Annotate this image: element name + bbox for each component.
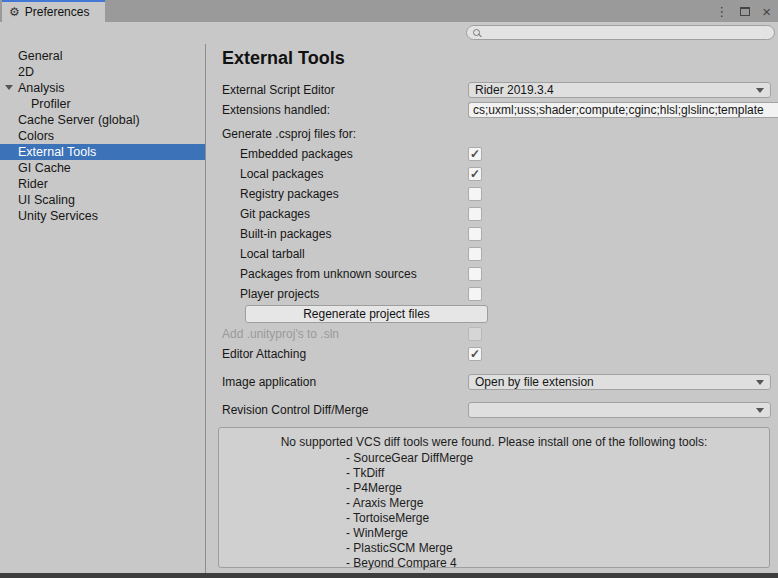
local-tarball-label: Local tarball [207,247,468,261]
revision-control-row: Revision Control Diff/Merge [207,400,778,420]
sidebar-item-2d[interactable]: 2D [0,64,205,80]
window-bottom-edge [0,573,778,578]
external-tools-pane: External Tools External Script Editor Ri… [207,44,778,573]
vcs-tool-item: - WinMerge [346,526,769,541]
builtin-packages-checkbox[interactable] [468,227,482,241]
sidebar-item-gi-cache[interactable]: GI Cache [0,160,205,176]
checkbox-row: Player projects [207,284,778,304]
checkbox-row: Embedded packages [207,144,778,164]
extensions-label: Extensions handled: [207,103,468,117]
checkbox-row: Local packages [207,164,778,184]
image-application-dropdown[interactable]: Open by file extension [468,374,771,390]
generate-csproj-label: Generate .csproj files for: [207,127,468,141]
editor-attaching-row: Editor Attaching [207,344,778,364]
add-unityproj-label: Add .unityproj's to .sln [207,327,468,341]
sidebar-item-colors[interactable]: Colors [0,128,205,144]
sidebar-item-analysis[interactable]: Analysis [0,80,205,96]
gear-icon: ⚙ [9,6,20,18]
extensions-input[interactable]: cs;uxml;uss;shader;compute;cginc;hlsl;gl… [468,102,778,118]
generate-label-row: Generate .csproj files for: [207,124,778,144]
checkbox-row: Local tarball [207,244,778,264]
local-packages-label: Local packages [207,167,468,181]
script-editor-row: External Script Editor Rider 2019.3.4 [207,80,778,100]
local-packages-checkbox[interactable] [468,167,482,181]
sidebar-item-cache-server[interactable]: Cache Server (global) [0,112,205,128]
player-projects-checkbox[interactable] [468,287,482,301]
checkbox-row: Git packages [207,204,778,224]
checkbox-row: Packages from unknown sources [207,264,778,284]
script-editor-dropdown[interactable]: Rider 2019.3.4 [468,82,771,98]
registry-packages-checkbox[interactable] [468,187,482,201]
builtin-packages-label: Built-in packages [207,227,468,241]
sidebar-item-rider[interactable]: Rider [0,176,205,192]
image-application-label: Image application [207,375,468,389]
close-icon[interactable]: × [762,4,771,19]
editor-attaching-checkbox[interactable] [468,347,482,361]
search-input[interactable] [480,27,774,39]
git-packages-checkbox[interactable] [468,207,482,221]
preferences-sidebar: General 2D Analysis Profiler Cache Serve… [0,44,206,573]
sidebar-item-unity-services[interactable]: Unity Services [0,208,205,224]
extensions-row: Extensions handled: cs;uxml;uss;shader;c… [207,100,778,120]
vcs-tool-item: - TkDiff [346,466,769,481]
search-icon [473,29,480,36]
dropdown-arrow-icon [756,88,764,93]
git-packages-label: Git packages [207,207,468,221]
player-projects-label: Player projects [207,287,468,301]
vcs-tool-item: - Araxis Merge [346,496,769,511]
add-unityproj-checkbox [468,327,482,341]
vcs-tools-list: - SourceGear DiffMerge - TkDiff - P4Merg… [219,451,769,571]
unknown-sources-label: Packages from unknown sources [207,267,468,281]
vcs-tool-item: - Beyond Compare 4 [346,556,769,571]
unityproj-row: Add .unityproj's to .sln [207,324,778,344]
checkbox-row: Built-in packages [207,224,778,244]
tab-preferences[interactable]: ⚙ Preferences [2,0,105,22]
revision-control-label: Revision Control Diff/Merge [207,403,468,417]
tab-title: Preferences [25,5,90,19]
vcs-notice-box: No supported VCS diff tools were found. … [218,427,770,568]
embedded-packages-label: Embedded packages [207,147,468,161]
window-menu-icon[interactable]: ⋮ [715,5,728,18]
checkbox-row: Registry packages [207,184,778,204]
vcs-tool-item: - TortoiseMerge [346,511,769,526]
image-application-row: Image application Open by file extension [207,372,778,392]
vcs-notice-message: No supported VCS diff tools were found. … [219,435,769,449]
embedded-packages-checkbox[interactable] [468,147,482,161]
maximize-icon[interactable] [740,7,750,16]
script-editor-label: External Script Editor [207,83,468,97]
sidebar-item-profiler[interactable]: Profiler [0,96,205,112]
page-title: External Tools [222,48,778,69]
vcs-tool-item: - P4Merge [346,481,769,496]
sidebar-item-ui-scaling[interactable]: UI Scaling [0,192,205,208]
dropdown-arrow-icon [756,408,764,413]
dropdown-arrow-icon [756,380,764,385]
unknown-sources-checkbox[interactable] [468,267,482,281]
foldout-arrow-icon[interactable] [5,85,13,90]
sidebar-item-external-tools[interactable]: External Tools [0,144,205,160]
regenerate-project-files-button[interactable]: Regenerate project files [245,305,488,323]
search-box[interactable] [466,25,775,40]
local-tarball-checkbox[interactable] [468,247,482,261]
window-titlebar: ⚙ Preferences ⋮ × [0,0,778,22]
vcs-tool-item: - SourceGear DiffMerge [346,451,769,466]
editor-attaching-label: Editor Attaching [207,347,468,361]
revision-control-dropdown[interactable] [468,402,771,418]
vcs-tool-item: - PlasticSCM Merge [346,541,769,556]
sidebar-item-general[interactable]: General [0,48,205,64]
registry-packages-label: Registry packages [207,187,468,201]
toolbar [0,22,778,44]
